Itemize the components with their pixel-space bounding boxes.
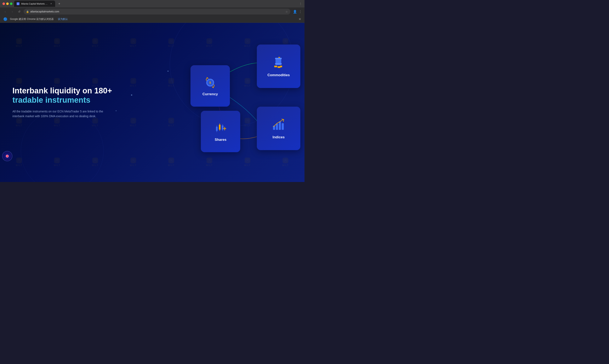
svg-point-3 bbox=[56, 40, 58, 42]
currency-icon: $ bbox=[204, 75, 217, 90]
svg-point-5 bbox=[133, 40, 134, 42]
indices-icon bbox=[271, 117, 286, 133]
svg-point-18 bbox=[18, 120, 20, 121]
svg-point-26 bbox=[18, 160, 20, 161]
watermark-item: WILT bbox=[114, 142, 152, 182]
bookmark-icon[interactable]: ☆ bbox=[285, 10, 288, 13]
svg-rect-49 bbox=[222, 126, 223, 130]
webpage-content: // Generate watermark items const grid =… bbox=[0, 23, 304, 182]
orbit-dot bbox=[6, 155, 9, 157]
url-text: atlantacapitalmarkets.com bbox=[30, 10, 59, 13]
svg-point-10 bbox=[18, 80, 20, 82]
close-traffic-light[interactable] bbox=[2, 2, 5, 5]
dot-1 bbox=[131, 94, 132, 96]
svg-rect-39 bbox=[275, 63, 282, 65]
maximize-traffic-light[interactable] bbox=[10, 2, 13, 5]
svg-point-21 bbox=[133, 120, 134, 121]
svg-rect-40 bbox=[274, 66, 277, 67]
svg-rect-46 bbox=[219, 125, 221, 130]
orbit-decoration bbox=[2, 151, 13, 161]
browser-window: A Atlanta Capital Markets - Atla... ✕ + … bbox=[0, 0, 304, 23]
shares-icon bbox=[214, 121, 227, 135]
svg-point-13 bbox=[133, 80, 134, 82]
refresh-button[interactable]: ↺ bbox=[17, 9, 22, 14]
watermark-item: WILT bbox=[0, 23, 38, 63]
svg-rect-41 bbox=[277, 66, 280, 68]
svg-point-28 bbox=[95, 160, 96, 161]
notification-action-button[interactable]: 设为默认 bbox=[56, 17, 69, 21]
dot-2 bbox=[116, 110, 116, 111]
svg-rect-38 bbox=[275, 58, 282, 59]
svg-text:A: A bbox=[17, 3, 18, 5]
watermark-item: WILT bbox=[114, 103, 152, 142]
svg-rect-56 bbox=[279, 122, 281, 130]
watermark-item: WILT bbox=[114, 63, 152, 102]
left-content-section: Interbank liquidity on 180+ tradable ins… bbox=[13, 86, 112, 119]
watermark-item: WILT bbox=[0, 142, 38, 182]
watermark-item: WILT bbox=[38, 142, 76, 182]
svg-rect-55 bbox=[276, 124, 278, 130]
svg-rect-43 bbox=[216, 127, 218, 131]
watermark-item: WILT bbox=[38, 23, 76, 63]
commodities-icon bbox=[271, 55, 286, 71]
svg-rect-57 bbox=[282, 123, 284, 130]
tab-close-button[interactable]: ✕ bbox=[50, 2, 53, 5]
deco-circle-2 bbox=[21, 110, 104, 182]
notification-bar: 🔵 Google 建议将 Chrome 设为默认浏览器 设为默认 ✕ bbox=[0, 16, 304, 23]
title-bar: A Atlanta Capital Markets - Atla... ✕ + … bbox=[0, 0, 304, 7]
svg-point-29 bbox=[133, 160, 134, 161]
shares-card-label: Shares bbox=[215, 138, 227, 142]
security-lock-icon: 🔒 bbox=[26, 10, 29, 13]
svg-text:$: $ bbox=[209, 81, 211, 84]
svg-point-6 bbox=[171, 40, 172, 42]
minimize-traffic-light[interactable] bbox=[6, 2, 9, 5]
active-tab[interactable]: A Atlanta Capital Markets - Atla... ✕ bbox=[14, 1, 55, 7]
commodities-card-label: Commodities bbox=[267, 73, 290, 77]
watermark-item: WILT bbox=[76, 142, 114, 182]
forward-button[interactable]: › bbox=[10, 9, 15, 14]
tab-favicon: A bbox=[17, 2, 19, 5]
tab-title: Atlanta Capital Markets - Atla... bbox=[21, 2, 48, 5]
indices-card-label: Indices bbox=[273, 135, 285, 139]
svg-point-14 bbox=[171, 80, 172, 82]
new-tab-button[interactable]: + bbox=[57, 1, 62, 6]
svg-point-8 bbox=[247, 40, 248, 42]
headline-line2: tradable instruments bbox=[13, 96, 90, 104]
svg-point-27 bbox=[56, 160, 58, 161]
main-headline: Interbank liquidity on 180+ tradable ins… bbox=[13, 86, 112, 105]
shares-card[interactable]: Shares bbox=[201, 111, 240, 152]
navigation-bar: ‹ › ↺ 🔒 atlantacapitalmarkets.com ☆ 👤 ⋮ bbox=[0, 7, 304, 16]
svg-point-19 bbox=[56, 120, 58, 121]
back-button[interactable]: ‹ bbox=[2, 9, 8, 14]
headline-line1: Interbank liquidity on 180+ bbox=[13, 86, 112, 95]
svg-point-22 bbox=[171, 120, 172, 121]
currency-card[interactable]: $ Currency bbox=[191, 65, 230, 107]
svg-point-2 bbox=[18, 40, 20, 42]
main-description: All the tradable instruments on our ECN … bbox=[13, 109, 104, 119]
address-bar[interactable]: 🔒 atlantacapitalmarkets.com ☆ bbox=[24, 9, 291, 14]
svg-point-20 bbox=[95, 120, 96, 121]
svg-point-9 bbox=[285, 40, 286, 42]
svg-point-11 bbox=[56, 80, 58, 82]
commodities-card[interactable]: Commodities bbox=[257, 44, 300, 88]
chrome-logo-icon: 🔵 bbox=[3, 17, 7, 21]
svg-rect-42 bbox=[280, 66, 282, 67]
traffic-lights bbox=[2, 2, 13, 5]
notification-close-button[interactable]: ✕ bbox=[299, 17, 301, 21]
svg-point-30 bbox=[171, 160, 172, 161]
profile-icon[interactable]: 👤 bbox=[293, 10, 297, 14]
svg-point-7 bbox=[209, 40, 210, 42]
dot-3 bbox=[167, 71, 168, 72]
notification-text: Google 建议将 Chrome 设为默认浏览器 bbox=[10, 17, 54, 21]
indices-card[interactable]: Indices bbox=[257, 107, 300, 150]
browser-menu-icon[interactable]: ⋮ bbox=[299, 2, 302, 5]
cards-area: $ Currency bbox=[184, 44, 300, 160]
watermark-item: WILT bbox=[114, 23, 152, 63]
browser-options-icon[interactable]: ⋮ bbox=[299, 10, 302, 14]
currency-card-label: Currency bbox=[203, 92, 218, 96]
svg-point-4 bbox=[95, 40, 96, 42]
svg-point-12 bbox=[95, 80, 96, 82]
watermark-item: WILT bbox=[76, 23, 114, 63]
